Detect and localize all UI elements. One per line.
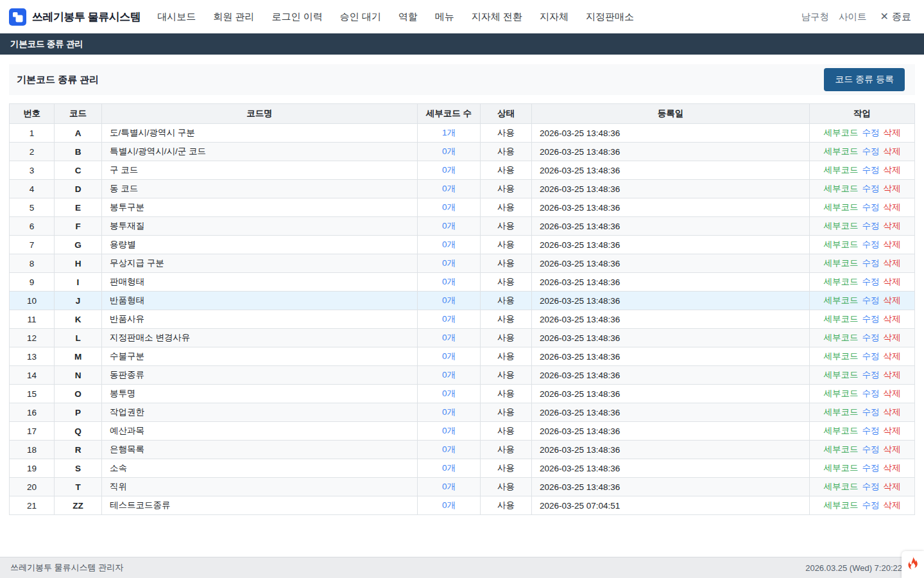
detail-code-link[interactable]: 세부코드	[824, 240, 859, 249]
detail-count-link[interactable]: 0개	[442, 314, 456, 324]
detail-count-link[interactable]: 0개	[442, 500, 456, 510]
delete-link[interactable]: 삭제	[884, 333, 901, 342]
delete-link[interactable]: 삭제	[884, 351, 901, 361]
nav-item-2[interactable]: 로그인 이력	[271, 11, 322, 23]
edit-link[interactable]: 수정	[862, 426, 880, 435]
edit-link[interactable]: 수정	[862, 389, 880, 398]
detail-count-link[interactable]: 0개	[442, 277, 456, 286]
edit-link[interactable]: 수정	[862, 202, 880, 212]
delete-link[interactable]: 삭제	[884, 258, 901, 268]
delete-link[interactable]: 삭제	[884, 463, 901, 473]
logout-button[interactable]: ✕ 종료	[880, 11, 911, 23]
edit-link[interactable]: 수정	[862, 370, 880, 380]
detail-code-link[interactable]: 세부코드	[824, 146, 859, 156]
detail-code-link[interactable]: 세부코드	[824, 444, 859, 454]
detail-code-link[interactable]: 세부코드	[824, 165, 859, 175]
detail-code-link[interactable]: 세부코드	[824, 128, 859, 137]
detail-code-link[interactable]: 세부코드	[824, 295, 859, 305]
detail-code-link[interactable]: 세부코드	[824, 407, 859, 417]
delete-link[interactable]: 삭제	[884, 202, 901, 212]
detail-code-link[interactable]: 세부코드	[824, 314, 859, 324]
brand[interactable]: 쓰레기봉투 물류시스템	[9, 8, 141, 26]
detail-code-link[interactable]: 세부코드	[824, 333, 859, 342]
detail-count-link[interactable]: 1개	[442, 128, 456, 137]
detail-count-link[interactable]: 0개	[442, 221, 456, 231]
detail-count-link[interactable]: 0개	[442, 240, 456, 249]
edit-link[interactable]: 수정	[862, 258, 880, 268]
delete-link[interactable]: 삭제	[884, 426, 901, 435]
delete-link[interactable]: 삭제	[884, 314, 901, 324]
detail-count-link[interactable]: 0개	[442, 389, 456, 398]
edit-link[interactable]: 수정	[862, 482, 880, 491]
delete-link[interactable]: 삭제	[884, 240, 901, 249]
edit-link[interactable]: 수정	[862, 463, 880, 473]
edit-link[interactable]: 수정	[862, 351, 880, 361]
detail-code-link[interactable]: 세부코드	[824, 277, 859, 286]
edit-link[interactable]: 수정	[862, 221, 880, 231]
site-link[interactable]: 사이트	[839, 11, 867, 23]
detail-code-link[interactable]: 세부코드	[824, 202, 859, 212]
detail-code-link[interactable]: 세부코드	[824, 370, 859, 380]
edit-link[interactable]: 수정	[862, 444, 880, 454]
edit-link[interactable]: 수정	[862, 240, 880, 249]
delete-link[interactable]: 삭제	[884, 184, 901, 193]
cell-status: 사용	[481, 403, 532, 422]
delete-link[interactable]: 삭제	[884, 444, 901, 454]
delete-link[interactable]: 삭제	[884, 370, 901, 380]
detail-count-link[interactable]: 0개	[442, 146, 456, 156]
delete-link[interactable]: 삭제	[884, 128, 901, 137]
edit-link[interactable]: 수정	[862, 333, 880, 342]
detail-count-link[interactable]: 0개	[442, 370, 456, 380]
detail-count-link[interactable]: 0개	[442, 184, 456, 193]
edit-link[interactable]: 수정	[862, 146, 880, 156]
edit-link[interactable]: 수정	[862, 165, 880, 175]
nav-item-4[interactable]: 역할	[398, 11, 418, 23]
detail-code-link[interactable]: 세부코드	[824, 351, 859, 361]
delete-link[interactable]: 삭제	[884, 221, 901, 231]
detail-code-link[interactable]: 세부코드	[824, 258, 859, 268]
delete-link[interactable]: 삭제	[884, 146, 901, 156]
detail-code-link[interactable]: 세부코드	[824, 426, 859, 435]
edit-link[interactable]: 수정	[862, 407, 880, 417]
edit-link[interactable]: 수정	[862, 295, 880, 305]
column-header: 세부코드 수	[418, 104, 481, 124]
nav-item-7[interactable]: 지자체	[540, 11, 569, 23]
nav-item-3[interactable]: 승인 대기	[340, 11, 381, 23]
delete-link[interactable]: 삭제	[884, 295, 901, 305]
detail-count-link[interactable]: 0개	[442, 444, 456, 454]
detail-count-link[interactable]: 0개	[442, 333, 456, 342]
edit-link[interactable]: 수정	[862, 500, 880, 510]
detail-code-link[interactable]: 세부코드	[824, 500, 859, 510]
detail-count-link[interactable]: 0개	[442, 463, 456, 473]
edit-link[interactable]: 수정	[862, 277, 880, 286]
detail-code-link[interactable]: 세부코드	[824, 221, 859, 231]
detail-count-link[interactable]: 0개	[442, 426, 456, 435]
detail-code-link[interactable]: 세부코드	[824, 389, 859, 398]
debug-toolbar-toggle[interactable]	[902, 551, 924, 578]
detail-count-link[interactable]: 0개	[442, 482, 456, 491]
delete-link[interactable]: 삭제	[884, 165, 901, 175]
register-code-type-button[interactable]: 코드 종류 등록	[824, 68, 905, 91]
delete-link[interactable]: 삭제	[884, 389, 901, 398]
delete-link[interactable]: 삭제	[884, 407, 901, 417]
detail-count-link[interactable]: 0개	[442, 295, 456, 305]
detail-count-link[interactable]: 0개	[442, 165, 456, 175]
edit-link[interactable]: 수정	[862, 128, 880, 137]
detail-count-link[interactable]: 0개	[442, 407, 456, 417]
detail-code-link[interactable]: 세부코드	[824, 184, 859, 193]
nav-item-8[interactable]: 지정판매소	[586, 11, 634, 23]
nav-item-1[interactable]: 회원 관리	[213, 11, 254, 23]
detail-count-link[interactable]: 0개	[442, 258, 456, 268]
detail-count-link[interactable]: 0개	[442, 202, 456, 212]
nav-item-5[interactable]: 메뉴	[435, 11, 454, 23]
detail-code-link[interactable]: 세부코드	[824, 463, 859, 473]
delete-link[interactable]: 삭제	[884, 277, 901, 286]
edit-link[interactable]: 수정	[862, 314, 880, 324]
nav-item-6[interactable]: 지자체 전환	[472, 11, 522, 23]
nav-item-0[interactable]: 대시보드	[157, 11, 196, 23]
detail-count-link[interactable]: 0개	[442, 351, 456, 361]
delete-link[interactable]: 삭제	[884, 482, 901, 491]
edit-link[interactable]: 수정	[862, 184, 880, 193]
detail-code-link[interactable]: 세부코드	[824, 482, 859, 491]
delete-link[interactable]: 삭제	[884, 500, 901, 510]
